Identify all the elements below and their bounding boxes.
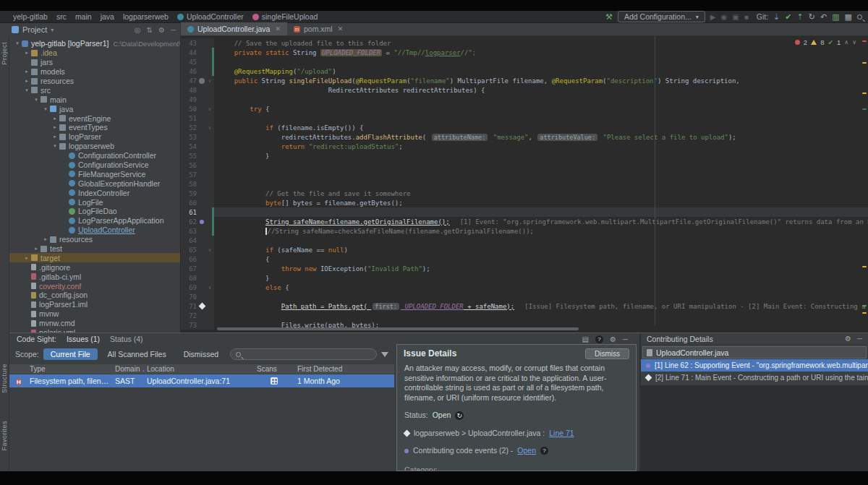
table-header-cell[interactable]: Location — [144, 365, 254, 373]
tree-item[interactable]: ConfigurationService — [9, 160, 180, 170]
fold-icon[interactable]: ∨ — [207, 78, 213, 84]
code-line[interactable]: 71Path path = Paths.get( first: UPLOADED… — [181, 301, 868, 311]
code-text[interactable] — [214, 236, 868, 245]
git-push-icon[interactable]: ⇡ — [797, 12, 804, 22]
code-text[interactable]: String safeName=filename.getOriginalFile… — [214, 217, 868, 226]
code-line[interactable]: 46@RequestMapping("/upload") — [181, 66, 868, 76]
code-line[interactable]: 49 — [181, 95, 868, 104]
expand-arrow-icon[interactable]: ▸ — [23, 50, 30, 56]
code-text[interactable]: if (safeName == null) — [214, 245, 868, 254]
tree-item[interactable]: mvnw.cmd — [9, 319, 180, 328]
layout-icon[interactable]: ▦ — [845, 12, 852, 22]
main-event-icon[interactable] — [198, 303, 205, 310]
next-issue-icon[interactable]: ∨ — [852, 39, 856, 46]
code-text[interactable] — [214, 113, 868, 123]
code-text[interactable] — [214, 311, 868, 320]
table-header-cell[interactable]: Type — [27, 365, 112, 373]
refresh-status-icon[interactable]: ↻ — [455, 411, 464, 420]
code-text[interactable]: Path path = Paths.get( first: UPLOADED_F… — [214, 301, 868, 311]
code-text[interactable]: { — [214, 254, 868, 264]
code-line[interactable]: 68} — [181, 273, 868, 283]
code-line[interactable]: 52∨if (filename.isEmpty()) { — [181, 123, 868, 132]
hide-panel-icon[interactable]: ─ — [623, 335, 628, 343]
issue-table-row[interactable]: HFilesystem path, filename, or URI ...SA… — [9, 374, 394, 387]
code-line[interactable]: 56 — [181, 160, 868, 170]
code-text[interactable]: try { — [214, 104, 868, 113]
debug-icon[interactable]: ◉ — [721, 13, 728, 21]
code-text[interactable]: } — [214, 151, 868, 160]
contributing-event-row[interactable]: [2] Line 71 : Main Event - Constructing … — [641, 372, 868, 384]
table-header-cell[interactable]: Scans — [254, 365, 294, 373]
tree-item[interactable]: mvnw — [9, 309, 180, 319]
code-text[interactable]: public String singleFileUpload(@RequestP… — [214, 76, 868, 85]
code-line[interactable]: 45 — [181, 57, 868, 66]
code-line[interactable]: 70 — [181, 292, 868, 301]
tree-item[interactable]: .gitlab-ci.yml — [9, 272, 180, 281]
code-text[interactable] — [214, 160, 868, 170]
code-line[interactable]: 51 — [181, 113, 868, 123]
editor-tab[interactable]: UploadController.java✕ — [181, 22, 287, 35]
tree-item[interactable]: LogParserAppApplication — [9, 216, 180, 226]
code-line[interactable]: 65∨if (safeName == null) — [181, 245, 868, 254]
tree-item[interactable]: ▸eventTypes — [9, 123, 180, 132]
code-line[interactable]: 59// Get the file and save it somewhere — [181, 189, 868, 198]
tree-item[interactable]: ▸models — [9, 67, 180, 77]
code-line[interactable]: 64 — [181, 236, 868, 245]
contributing-file-bar[interactable]: UploadController.java — [642, 346, 867, 359]
code-text[interactable] — [214, 170, 868, 179]
tree-item[interactable]: dc_config.json — [9, 291, 180, 300]
git-commit-icon[interactable]: ✔ — [785, 12, 791, 22]
error-stripe-mark[interactable] — [862, 40, 867, 42]
issues-search-box[interactable] — [230, 348, 377, 360]
code-text[interactable] — [214, 292, 868, 301]
prev-issue-icon[interactable]: ∧ — [844, 39, 848, 46]
code-line[interactable]: 60byte[] bytes = filename.getBytes(); — [181, 198, 868, 207]
tree-item[interactable]: .gitignore — [9, 262, 180, 272]
table-header-cell[interactable]: Domain▲ — [112, 365, 144, 373]
expand-arrow-icon[interactable]: ▸ — [51, 116, 59, 121]
code-line[interactable]: 61 — [181, 207, 868, 217]
code-line[interactable]: 43// Save the uploaded file to this fold… — [181, 38, 868, 48]
tree-item[interactable]: GlobalExceptionHandler — [9, 179, 180, 188]
tree-item[interactable]: IndexController — [9, 188, 180, 197]
tool-strip-structure[interactable]: Structure — [1, 364, 8, 393]
inspections-widget[interactable]: 2 8 ✔ 1 ∧ ∨ — [795, 38, 856, 46]
tree-item[interactable]: ▸resources — [9, 235, 180, 244]
code-text[interactable]: byte[] bytes = filename.getBytes(); — [214, 198, 868, 207]
code-text[interactable]: } — [214, 273, 868, 283]
warning-stripe-mark[interactable] — [862, 266, 867, 267]
code-text[interactable]: return "redirect:uploadStatus"; — [214, 142, 868, 151]
warning-stripe-mark[interactable] — [862, 93, 867, 94]
tree-item[interactable]: ▾main — [9, 95, 180, 104]
code-text[interactable]: RedirectAttributes redirectAttributes) { — [214, 85, 868, 95]
warning-stripe-mark[interactable] — [862, 62, 867, 64]
tree-item[interactable]: FileManagerService — [9, 169, 180, 179]
code-line[interactable]: 63//String safeName=checkSafeFileName(fi… — [181, 226, 868, 236]
expand-arrow-icon[interactable]: ▸ — [42, 236, 49, 242]
code-line[interactable]: 72 — [181, 311, 868, 320]
collapse-arrow-icon[interactable]: ▾ — [33, 97, 40, 103]
warning-stripe-mark[interactable] — [862, 312, 867, 314]
expand-arrow-icon[interactable]: ▸ — [51, 124, 59, 130]
tree-item[interactable]: ▸test — [9, 244, 180, 254]
code-text[interactable]: else { — [214, 283, 868, 292]
scope-filter-button[interactable]: All Scanned Files — [101, 348, 174, 360]
error-stripe[interactable] — [861, 36, 868, 332]
code-text[interactable]: // Save the uploaded file to this folder — [214, 38, 868, 48]
tree-item[interactable]: ▾logparserweb — [9, 142, 180, 151]
tree-item[interactable]: logParser1.iml — [9, 300, 180, 309]
code-line[interactable]: 55} — [181, 151, 868, 160]
expand-arrow-icon[interactable]: ▸ — [23, 78, 30, 84]
collapse-arrow-icon[interactable]: ▾ — [51, 143, 59, 149]
add-configuration-button[interactable]: Add Configuration... ▾ — [618, 11, 705, 22]
method-marker-icon[interactable] — [199, 78, 205, 84]
supporting-event-icon[interactable] — [200, 220, 204, 224]
scope-filter-button[interactable]: Dismissed — [176, 348, 226, 360]
tree-item[interactable]: ConfigurationController — [9, 151, 180, 160]
breadcrumb-item[interactable]: yelp-gitlab — [13, 12, 48, 21]
code-line[interactable]: 58 — [181, 179, 868, 189]
change-stripe-mark[interactable] — [862, 108, 867, 110]
tree-item[interactable]: coverity.conf — [9, 281, 180, 291]
expand-arrow-icon[interactable]: ▸ — [51, 134, 59, 140]
code-editor[interactable]: 43// Save the uploaded file to this fold… — [181, 36, 868, 332]
